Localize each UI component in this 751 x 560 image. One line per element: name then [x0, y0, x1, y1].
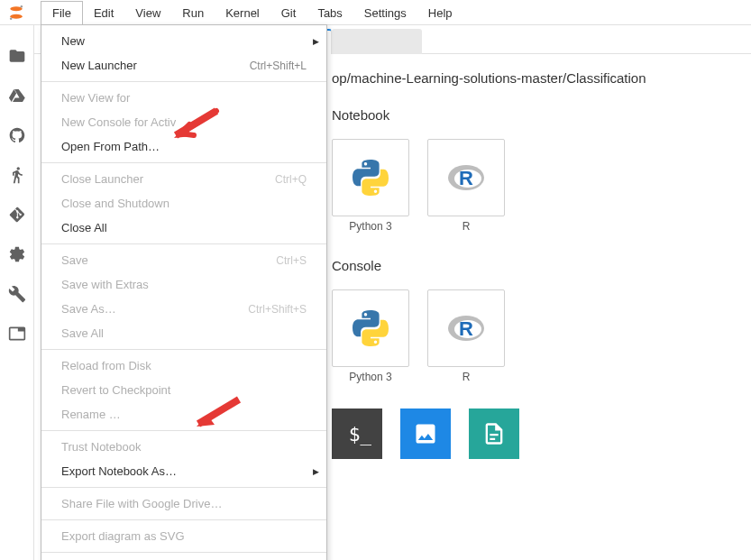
- menu-item-quit[interactable]: Quit: [41, 556, 326, 560]
- menu-separator: [41, 552, 326, 553]
- menu-separator: [41, 519, 326, 520]
- menu-item-label: New View for: [61, 91, 130, 105]
- menu-item-export-notebook-as[interactable]: Export Notebook As…▶: [41, 459, 326, 483]
- svg-text:$_: $_: [349, 423, 371, 445]
- card-r-label: R: [463, 220, 471, 233]
- submenu-arrow-icon: ▶: [313, 37, 319, 46]
- menu-item-close-launcher: Close LauncherCtrl+Q: [41, 167, 326, 191]
- menu-run[interactable]: Run: [171, 2, 215, 24]
- menu-item-label: Share File with Google Drive…: [61, 497, 222, 510]
- svg-point-2: [21, 5, 23, 8]
- menu-item-shortcut: Ctrl+S: [276, 254, 307, 267]
- menu-tabs[interactable]: Tabs: [307, 2, 353, 24]
- menu-item-share-file-with-google-drive: Share File with Google Drive…: [41, 491, 326, 516]
- section-notebook-title: Notebook: [332, 107, 751, 123]
- menu-item-save-as: Save As…Ctrl+Shift+S: [41, 297, 326, 321]
- menu-separator: [41, 243, 326, 244]
- card-r-notebook[interactable]: R: [427, 139, 505, 216]
- menu-separator: [41, 162, 326, 163]
- menu-item-label: Close and Shutdown: [61, 197, 169, 210]
- menu-settings[interactable]: Settings: [353, 2, 417, 24]
- menu-item-save-with-extras: Save with Extras: [41, 272, 326, 297]
- card-r-console-label: R: [463, 371, 471, 383]
- menu-item-label: Save: [61, 253, 88, 267]
- menu-separator: [41, 81, 326, 82]
- card-python-console-label: Python 3: [349, 371, 391, 383]
- menu-item-export-diagram-as-svg: Export diagram as SVG: [41, 524, 326, 548]
- section-console-title: Console: [332, 258, 751, 273]
- menu-item-shortcut: Ctrl+Shift+L: [250, 60, 307, 72]
- tab-inactive[interactable]: [332, 29, 422, 54]
- svg-text:R: R: [459, 317, 473, 340]
- menu-item-shortcut: Ctrl+Q: [275, 173, 307, 186]
- menu-separator: [41, 430, 326, 431]
- menu-item-revert-to-checkpoint: Revert to Checkpoint: [41, 378, 326, 402]
- menu-item-label: Close Launcher: [61, 172, 143, 186]
- menu-item-shortcut: Ctrl+Shift+S: [248, 303, 307, 316]
- breadcrumb: op/machine-Learning-solutions-master/Cla…: [332, 54, 751, 86]
- menu-item-label: Export Notebook As…: [61, 464, 177, 478]
- console-cards: Python 3 R R: [332, 289, 751, 383]
- card-file[interactable]: [469, 409, 519, 459]
- menu-help[interactable]: Help: [417, 2, 463, 24]
- folder-icon[interactable]: [8, 47, 26, 65]
- svg-point-0: [10, 6, 22, 11]
- menu-item-label: Save As…: [61, 302, 116, 316]
- card-python-label: Python 3: [349, 220, 391, 233]
- github-icon[interactable]: [8, 126, 26, 144]
- menu-item-trust-notebook: Trust Notebook: [41, 435, 326, 459]
- git-icon[interactable]: [8, 206, 26, 224]
- menu-item-label: Close All: [61, 221, 107, 234]
- menu-item-rename: Rename …: [41, 402, 326, 427]
- svg-point-3: [10, 17, 12, 19]
- menu-item-new-view-for: New View for: [41, 86, 326, 110]
- menu-item-new-launcher[interactable]: New LauncherCtrl+Shift+L: [41, 53, 326, 78]
- menu-item-label: Save with Extras: [61, 278, 149, 291]
- menu-item-label: New Console for Activ: [61, 115, 176, 129]
- menu-edit[interactable]: Edit: [83, 2, 124, 24]
- menu-file[interactable]: File: [41, 1, 83, 24]
- card-python-notebook[interactable]: [332, 139, 409, 216]
- menu-item-label: Trust Notebook: [61, 440, 141, 454]
- jupyter-logo-icon: [7, 4, 25, 22]
- other-cards: $_: [332, 409, 751, 459]
- card-terminal[interactable]: $_: [332, 409, 382, 459]
- svg-text:R: R: [459, 167, 473, 189]
- menu-separator: [41, 349, 326, 350]
- menu-item-close-all[interactable]: Close All: [41, 216, 326, 240]
- left-sidebar: [0, 25, 34, 560]
- card-r-console[interactable]: R: [427, 289, 505, 367]
- running-icon[interactable]: [8, 166, 26, 184]
- menu-item-label: Rename …: [61, 408, 121, 421]
- card-image[interactable]: [400, 409, 451, 459]
- svg-point-1: [10, 14, 22, 18]
- submenu-arrow-icon: ▶: [313, 467, 319, 476]
- menu-item-new-console-for-activ: New Console for Activ: [41, 110, 326, 134]
- menu-item-label: Save All: [61, 326, 104, 340]
- google-drive-icon[interactable]: [8, 87, 26, 105]
- menu-separator: [41, 487, 326, 488]
- menu-item-close-and-shutdown: Close and Shutdown: [41, 191, 326, 216]
- menu-item-new[interactable]: New▶: [41, 29, 326, 53]
- card-python-console[interactable]: [332, 289, 409, 367]
- menu-item-save-all: Save All: [41, 321, 326, 345]
- menu-item-label: Reload from Disk: [61, 359, 151, 372]
- file-dropdown: New▶New LauncherCtrl+Shift+LNew View for…: [41, 24, 327, 560]
- notebook-cards: Python 3 R R: [332, 139, 751, 233]
- menu-item-label: Open From Path…: [61, 140, 160, 153]
- menu-item-save: SaveCtrl+S: [41, 248, 326, 272]
- menu-kernel[interactable]: Kernel: [215, 2, 270, 24]
- menu-item-reload-from-disk: Reload from Disk: [41, 353, 326, 378]
- commands-icon[interactable]: [8, 245, 26, 263]
- menu-bar: File Edit View Run Kernel Git Tabs Setti…: [41, 0, 463, 25]
- menu-git[interactable]: Git: [270, 2, 307, 24]
- build-icon[interactable]: [8, 285, 26, 303]
- menu-view[interactable]: View: [124, 2, 171, 24]
- menu-item-label: New Launcher: [61, 59, 137, 72]
- menu-item-label: New: [61, 34, 85, 48]
- menu-item-label: Export diagram as SVG: [61, 529, 185, 543]
- menu-item-label: Revert to Checkpoint: [61, 383, 170, 397]
- menu-item-open-from-path[interactable]: Open From Path…: [41, 134, 326, 159]
- tabs-icon[interactable]: [8, 325, 26, 343]
